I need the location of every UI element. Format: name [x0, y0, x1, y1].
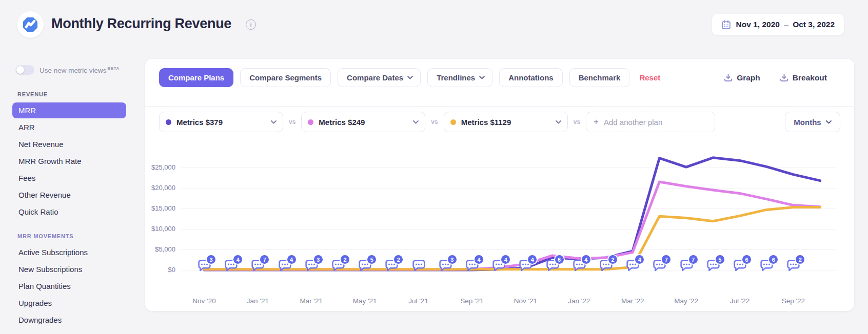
metric-views-toggle-row: Use new metric viewsBETA — [15, 65, 120, 75]
toggle-label: Use new metric viewsBETA — [40, 66, 120, 74]
export-breakout-button[interactable]: Breakout — [777, 73, 830, 83]
plan-color-dot — [308, 119, 313, 125]
comment-count-badge: 4 — [582, 255, 590, 264]
comment-count-badge: 7 — [689, 255, 698, 264]
chevron-down-icon — [479, 76, 485, 79]
logo-hexagon-icon — [21, 15, 40, 34]
plan-selector-metrics-379[interactable]: Metrics $379 — [159, 112, 283, 132]
chart-toolbar: Compare Plans Compare Segments Compare D… — [159, 68, 830, 87]
sidebar-item-mrr-growth-rate[interactable]: MRR Growth Rate — [12, 153, 126, 169]
sidebar-item-arr[interactable]: ARR — [12, 119, 126, 135]
comment-bubble[interactable]: 4 — [573, 259, 586, 272]
comment-count-badge: 5 — [716, 255, 724, 264]
comment-count-badge: 2 — [608, 255, 617, 264]
page-title: Monthly Recurring Revenue — [51, 16, 231, 32]
comment-bubble[interactable] — [412, 259, 426, 272]
comment-count-badge: 6 — [742, 255, 751, 264]
comment-bubble[interactable]: 3 — [305, 259, 319, 272]
sidebar-item-net-revenue[interactable]: Net Revenue — [12, 136, 126, 152]
toolbar-button-compare-plans[interactable]: Compare Plans — [159, 68, 233, 87]
sidebar-item-mrr[interactable]: MRR — [12, 102, 126, 118]
toolbar-button-trendlines[interactable]: Trendlines — [427, 68, 492, 87]
sidebar-section-header: MRR MOVEMENTS — [17, 233, 139, 239]
comment-count-badge: 3 — [314, 255, 323, 264]
comment-count-badge: 3 — [207, 255, 215, 264]
sidebar-item-quick-ratio[interactable]: Quick Ratio — [12, 204, 126, 220]
comment-bubble[interactable]: 4 — [492, 259, 506, 272]
use-new-metric-views-toggle[interactable] — [15, 65, 34, 75]
sidebar-sections: REVENUE MRR ARR Net Revenue MRR Growth R… — [0, 78, 139, 329]
comment-bubble[interactable]: 5 — [358, 259, 372, 272]
comment-bubble[interactable]: 4 — [626, 259, 640, 272]
comment-bubble[interactable]: 2 — [786, 259, 800, 272]
plus-icon: + — [594, 117, 599, 127]
sidebar-item-other-revenue[interactable]: Other Revenue — [12, 187, 126, 203]
comment-bubble[interactable]: 7 — [680, 259, 694, 272]
sidebar-item-fees[interactable]: Fees — [12, 170, 126, 186]
comment-count-badge: 4 — [475, 255, 483, 264]
comment-bubble[interactable]: 2 — [331, 259, 345, 272]
interval-select[interactable]: Months — [785, 112, 840, 132]
beta-badge: BETA — [108, 66, 120, 71]
chevron-down-icon — [413, 120, 419, 124]
comment-bubble[interactable]: 4 — [519, 259, 532, 272]
vs-label: vs — [289, 118, 295, 126]
vs-label: vs — [574, 118, 580, 126]
comment-count-badge: 4 — [287, 255, 296, 264]
app-logo — [17, 11, 44, 38]
comment-bubble[interactable]: 6 — [760, 259, 774, 272]
reset-button[interactable]: Reset — [636, 73, 663, 82]
vs-label: vs — [431, 118, 438, 126]
comment-count-badge: 2 — [341, 255, 349, 264]
plan-color-dot — [450, 119, 456, 125]
comment-bubble[interactable]: 7 — [653, 259, 666, 272]
comment-bubble[interactable]: 4 — [224, 259, 238, 272]
sidebar-item-active-subscriptions[interactable]: Active Subscriptions — [12, 244, 126, 260]
comment-bubble[interactable]: 2 — [385, 259, 399, 272]
sidebar-item-new-subscriptions[interactable]: New Subscriptions — [12, 261, 126, 277]
sidebar-item-downgrades[interactable]: Downgrades — [12, 312, 126, 328]
sidebar-section-header: REVENUE — [17, 91, 139, 97]
download-icon — [724, 73, 733, 82]
comment-bubble[interactable]: 7 — [251, 259, 265, 272]
toolbar-button-annotations[interactable]: Annotations — [499, 68, 563, 87]
comment-bubble[interactable]: 4 — [278, 259, 292, 272]
comment-count-badge: 6 — [555, 255, 564, 264]
comment-bubble[interactable]: 6 — [733, 259, 747, 272]
export-graph-button[interactable]: Graph — [721, 73, 763, 83]
toolbar-button-compare-dates[interactable]: Compare Dates — [338, 68, 421, 87]
comment-bubble[interactable]: 4 — [465, 259, 479, 272]
metric-card — [145, 59, 854, 311]
plan-color-dot — [166, 119, 171, 125]
plan-selector-metrics-249[interactable]: Metrics $249 — [301, 112, 425, 132]
plan-compare-row: Metrics $379 vs Metrics $249 vs Metrics … — [159, 112, 840, 132]
toolbar-divider — [145, 106, 854, 107]
sidebar-item-plan-quantities[interactable]: Plan Quantities — [12, 278, 126, 294]
chevron-down-icon — [826, 120, 832, 124]
comment-bubble[interactable]: 3 — [439, 259, 452, 272]
plan-selector-metrics-1129[interactable]: Metrics $1129 — [444, 112, 568, 132]
comment-bubble[interactable]: 3 — [198, 259, 211, 272]
calendar-icon — [721, 20, 731, 30]
sidebar-item-upgrades[interactable]: Upgrades — [12, 295, 126, 311]
comment-bubble[interactable]: 2 — [599, 259, 613, 272]
comment-count-badge: 3 — [448, 255, 457, 264]
export-group: Graph Breakout — [721, 73, 830, 83]
toolbar-button-compare-segments[interactable]: Compare Segments — [240, 68, 331, 87]
chevron-down-icon — [407, 76, 413, 79]
info-icon[interactable]: i — [246, 19, 256, 30]
comment-icon — [412, 259, 426, 272]
comment-bubble[interactable]: 5 — [706, 259, 720, 272]
chevron-down-icon — [556, 120, 561, 124]
toolbar-buttons: Compare Plans Compare Segments Compare D… — [159, 68, 629, 87]
chevron-down-icon — [271, 120, 277, 124]
add-another-plan-button[interactable]: + Add another plan — [586, 112, 715, 132]
date-range-text: Nov 1, 2020 – Oct 3, 2022 — [736, 20, 835, 29]
toggle-knob — [16, 66, 24, 74]
download-icon — [780, 73, 788, 82]
comment-bubble[interactable]: 6 — [546, 259, 560, 272]
date-range-picker[interactable]: Nov 1, 2020 – Oct 3, 2022 — [712, 14, 844, 35]
toolbar-button-benchmark[interactable]: Benchmark — [569, 68, 630, 87]
